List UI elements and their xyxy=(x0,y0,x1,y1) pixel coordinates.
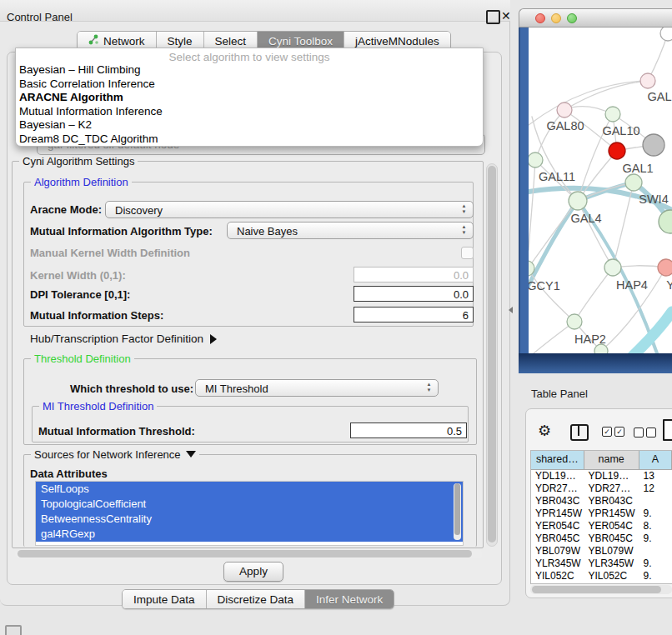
network-node[interactable] xyxy=(594,344,608,353)
algorithm-option-mutual-information-inference[interactable]: Mutual Information Inference xyxy=(16,105,483,119)
table-cell: 8. xyxy=(639,520,672,532)
attributes-scrollbar[interactable] xyxy=(454,483,461,540)
table-row-ylr345w[interactable]: YLR345WYLR345W9. xyxy=(531,558,672,570)
table-row-ybr045c[interactable]: YBR045CYBR045C9. xyxy=(531,532,672,545)
dpi-tolerance-field[interactable]: 0.0 xyxy=(354,286,474,302)
algorithm-option-bayesian-hill-climbing[interactable]: Bayesian – Hill Climbing xyxy=(16,63,483,78)
tab-label: Style xyxy=(168,35,193,48)
table-row-ydl19[interactable]: YDL19…YDL19…13 xyxy=(531,470,672,482)
network-node-hap4[interactable] xyxy=(604,259,621,276)
network-node-gal4[interactable] xyxy=(569,192,587,210)
control-panel-titlebar xyxy=(0,0,510,22)
table-row-ybr043c[interactable]: YBR043CYBR043C xyxy=(531,495,672,508)
table-cell: 9. xyxy=(639,508,672,520)
mi-type-label: Mutual Information Algorithm Type: xyxy=(30,225,213,238)
zoom-traffic-light-icon[interactable] xyxy=(567,13,577,23)
network-node[interactable] xyxy=(660,28,672,41)
hub-definition-toggle[interactable]: Hub/Transcription Factor Definition xyxy=(30,332,217,345)
panel-divider-handle[interactable] xyxy=(509,307,513,313)
network-edge[interactable] xyxy=(574,268,613,322)
network-node[interactable] xyxy=(643,134,664,156)
document-icon[interactable] xyxy=(663,419,672,441)
mi-threshold-group-title: MI Threshold Definition xyxy=(39,400,157,412)
checked-checkbox-icon[interactable]: ✓ xyxy=(602,427,612,437)
mi-threshold-field[interactable]: 0.5 xyxy=(350,422,467,438)
tab-impute-data[interactable]: Impute Data xyxy=(123,590,207,608)
network-node-label: GAL11 xyxy=(539,170,575,183)
network-node[interactable] xyxy=(659,210,672,233)
column-header-a[interactable]: A xyxy=(639,451,672,469)
network-graph[interactable]: GALGAL80GAL10GAL1SWI4GAL11GAL4GCY1HAP4YH… xyxy=(529,28,672,353)
aracne-mode-select[interactable]: Discovery ▲▼ xyxy=(105,201,474,218)
algorithm-option-dream8-dc-tdc-algorithm[interactable]: Dream8 DC_TDC Algorithm xyxy=(16,132,483,147)
network-edge[interactable] xyxy=(630,312,672,353)
tab-infer-network[interactable]: Infer Network xyxy=(305,590,394,608)
control-panel-title: Control Panel xyxy=(7,11,73,23)
mi-steps-field[interactable]: 6 xyxy=(354,307,474,322)
table-row-ypr145w[interactable]: YPR145WYPR145W9. xyxy=(531,508,672,520)
algorithm-option-bayesian-k2[interactable]: Bayesian – K2 xyxy=(16,118,483,132)
network-edge[interactable] xyxy=(578,201,613,268)
table-cell: YPR145W xyxy=(584,508,639,520)
network-node-gal80[interactable] xyxy=(557,102,572,118)
columns-icon[interactable] xyxy=(570,424,589,441)
network-node-gal[interactable] xyxy=(640,73,655,88)
network-node-label: GAL xyxy=(647,90,671,103)
network-canvas[interactable]: GALGAL80GAL10GAL1SWI4GAL11GAL4GCY1HAP4YH… xyxy=(529,28,672,353)
network-node-gal1[interactable] xyxy=(609,142,625,159)
tab-label: Discretize Data xyxy=(218,593,294,606)
network-node-hap2[interactable] xyxy=(567,314,582,329)
settings-vertical-scrollbar[interactable] xyxy=(486,163,498,547)
network-edge[interactable] xyxy=(529,160,535,250)
close-icon[interactable]: ✕ xyxy=(501,9,511,22)
attribute-item-betweennesscentrality[interactable]: BetweennessCentrality xyxy=(36,512,463,527)
settings-horizontal-scrollbar[interactable] xyxy=(15,549,482,558)
app-screen: Control Panel ✕ NetworkStyleSelectCyni T… xyxy=(0,0,672,635)
manual-kernel-checkbox[interactable] xyxy=(461,247,474,259)
kernel-width-field[interactable]: 0.0 xyxy=(354,267,474,282)
sources-group-title[interactable]: Sources for Network Inference xyxy=(31,448,199,461)
minimize-traffic-light-icon[interactable] xyxy=(551,13,561,23)
tab-label: Infer Network xyxy=(316,593,383,606)
network-node-label: SWI4 xyxy=(639,192,668,206)
table-cell: YDL19… xyxy=(531,470,584,482)
checked-checkbox-icon[interactable]: ✓ xyxy=(614,427,624,437)
column-header-shared[interactable]: shared… xyxy=(531,451,584,469)
manual-kernel-label: Manual Kernel Width Definition xyxy=(30,247,190,259)
table-cell: YLR345W xyxy=(531,558,584,570)
network-node-swi4[interactable] xyxy=(625,174,642,191)
table-row-ydr27[interactable]: YDR27…YDR27…12 xyxy=(531,482,672,495)
network-node-y[interactable] xyxy=(658,259,672,276)
data-attributes-list: SelfLoopsTopologicalCoefficientBetweenne… xyxy=(35,481,464,546)
network-edge[interactable] xyxy=(564,81,648,110)
table-row-yil052c[interactable]: YIL052CYIL052C9. xyxy=(531,570,672,582)
mi-type-select[interactable]: Naive Bayes ▲▼ xyxy=(227,222,474,239)
table-cell: YBR043C xyxy=(531,495,584,508)
attribute-item-topologicalcoefficient[interactable]: TopologicalCoefficient xyxy=(36,497,463,512)
table-cell: YBR045C xyxy=(531,532,584,545)
network-icon xyxy=(88,34,99,48)
table-panel-title: Table Panel xyxy=(531,388,588,400)
table-cell: 9. xyxy=(639,532,672,545)
gear-icon[interactable]: ⚙ xyxy=(538,422,551,440)
unchecked-checkbox-icon[interactable] xyxy=(634,428,644,438)
network-node-gal11[interactable] xyxy=(529,152,543,168)
network-node-label: GAL4 xyxy=(570,212,601,225)
which-threshold-select[interactable]: MI Threshold ▲▼ xyxy=(195,379,439,397)
table-row-yer054c[interactable]: YER054CYER054C8. xyxy=(531,520,672,532)
table-horizontal-scrollbar[interactable] xyxy=(530,585,672,594)
algorithm-option-aracne-algorithm[interactable]: ARACNE Algorithm xyxy=(16,91,483,105)
attribute-item-gal4rgexp[interactable]: gal4RGexp xyxy=(36,527,463,542)
column-header-name[interactable]: name xyxy=(584,451,639,469)
float-panel-icon[interactable] xyxy=(486,10,500,24)
attribute-item-selfloops[interactable]: SelfLoops xyxy=(36,482,463,497)
docked-panel-icon[interactable] xyxy=(5,625,22,635)
unchecked-checkbox-icon[interactable] xyxy=(646,428,656,438)
node-table: shared…nameA YDL19…YDL19…13YDR27…YDR27…1… xyxy=(530,450,672,584)
table-row-ybl079w[interactable]: YBL079WYBL079W xyxy=(531,545,672,558)
apply-button[interactable]: Apply xyxy=(223,562,283,582)
close-traffic-light-icon[interactable] xyxy=(535,13,545,23)
algorithm-option-basic-correlation-inference[interactable]: Basic Correlation Inference xyxy=(16,78,483,92)
tab-discretize-data[interactable]: Discretize Data xyxy=(207,590,306,608)
network-node-gal10[interactable] xyxy=(605,107,620,122)
